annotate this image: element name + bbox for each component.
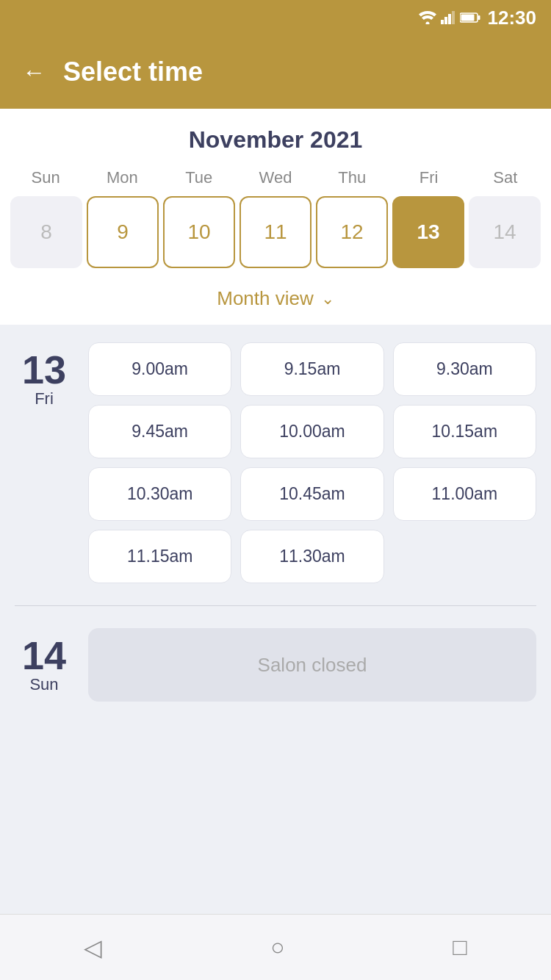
svg-rect-6	[461, 15, 474, 21]
time-slot-1000am[interactable]: 10.00am	[240, 405, 383, 458]
time-slot-1115am[interactable]: 11.15am	[88, 530, 231, 583]
day-divider	[15, 605, 536, 606]
day-block-13: 13Fri9.00am9.15am9.30am9.45am10.00am10.1…	[15, 342, 536, 583]
time-slot-1015am[interactable]: 10.15am	[393, 405, 536, 458]
time-slots-grid: 9.00am9.15am9.30am9.45am10.00am10.15am10…	[88, 342, 536, 583]
wifi-icon	[419, 11, 436, 24]
svg-rect-2	[444, 17, 447, 24]
page-title: Select time	[63, 57, 203, 87]
day-label: 14Sun	[15, 628, 73, 702]
day-block-14: 14SunSalon closed	[15, 628, 536, 702]
day-cell-13[interactable]: 13	[392, 196, 464, 268]
time-slot-1100am[interactable]: 11.00am	[393, 467, 536, 521]
day-number: 14	[22, 635, 66, 675]
salon-closed-label: Salon closed	[88, 628, 536, 702]
back-button[interactable]: ←	[22, 60, 46, 84]
day-header-sun: Sun	[7, 168, 84, 187]
day-header-tue: Tue	[161, 168, 237, 187]
day-number: 13	[22, 350, 66, 389]
svg-rect-3	[448, 14, 451, 24]
day-label: 13Fri	[15, 342, 73, 583]
day-headers: SunMonTueWedThuFriSat	[7, 168, 544, 187]
day-name: Sun	[29, 675, 58, 694]
day-cell-9[interactable]: 9	[87, 196, 159, 268]
month-view-chevron-icon: ⌄	[321, 289, 334, 309]
status-time: 12:30	[488, 7, 537, 29]
svg-rect-4	[452, 11, 455, 24]
svg-point-0	[425, 22, 429, 25]
status-icons	[419, 11, 480, 24]
day-cells: 891011121314	[7, 196, 544, 268]
time-slots-section: 13Fri9.00am9.15am9.30am9.45am10.00am10.1…	[0, 325, 551, 914]
time-slot-930am[interactable]: 9.30am	[393, 342, 536, 396]
app-header: ← Select time	[0, 35, 551, 109]
time-slot-945am[interactable]: 9.45am	[88, 405, 231, 458]
nav-back-icon[interactable]: ◁	[84, 934, 102, 962]
month-year-label: November 2021	[7, 126, 544, 154]
time-slot-900am[interactable]: 9.00am	[88, 342, 231, 396]
day-header-thu: Thu	[314, 168, 390, 187]
day-cell-12[interactable]: 12	[316, 196, 388, 268]
month-view-toggle[interactable]: Month view ⌄	[7, 280, 544, 325]
day-cell-10[interactable]: 10	[163, 196, 235, 268]
day-header-mon: Mon	[84, 168, 160, 187]
status-bar: 12:30	[0, 0, 551, 35]
day-header-wed: Wed	[237, 168, 314, 187]
day-cell-11[interactable]: 11	[240, 196, 311, 268]
time-slot-915am[interactable]: 9.15am	[240, 342, 383, 396]
nav-bar: ◁ ○ □	[0, 914, 551, 980]
day-header-fri: Fri	[390, 168, 467, 187]
signal-icon	[441, 11, 455, 24]
month-view-label: Month view	[217, 287, 314, 310]
day-cell-14: 14	[469, 196, 541, 268]
battery-icon	[460, 12, 480, 24]
time-slot-1030am[interactable]: 10.30am	[88, 467, 231, 521]
time-slot-1045am[interactable]: 10.45am	[240, 467, 383, 521]
time-slot-1130am[interactable]: 11.30am	[240, 530, 383, 583]
day-cell-8: 8	[10, 196, 82, 268]
nav-home-icon[interactable]: ○	[270, 934, 284, 961]
svg-rect-7	[478, 15, 480, 20]
day-name: Fri	[35, 389, 54, 408]
nav-recent-icon[interactable]: □	[453, 934, 467, 961]
svg-rect-1	[441, 20, 444, 24]
day-header-sat: Sat	[467, 168, 544, 187]
calendar-section: November 2021 SunMonTueWedThuFriSat 8910…	[0, 109, 551, 325]
